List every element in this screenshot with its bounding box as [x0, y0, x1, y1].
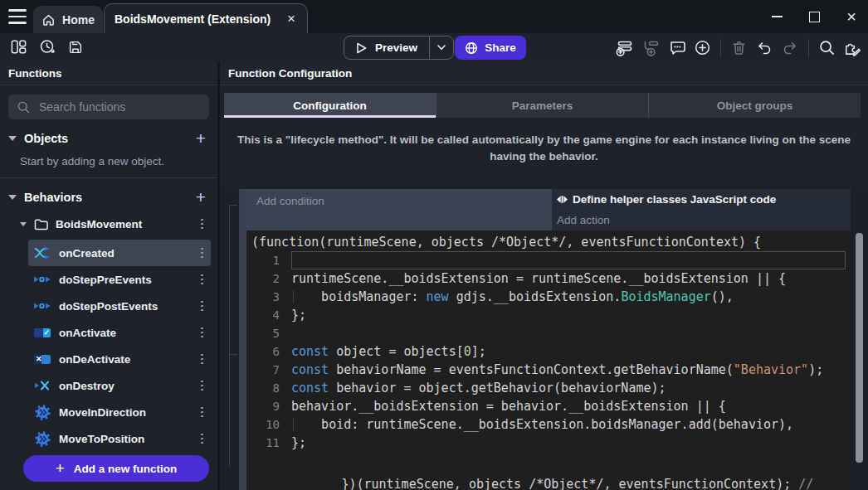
function-item-onActivate[interactable]: ✓onActivate	[28, 319, 211, 346]
add-object-button[interactable]: +	[196, 130, 206, 147]
more-options-icon[interactable]	[197, 299, 207, 313]
behavior-group-boidsmovement[interactable]: BoidsMovement	[0, 211, 217, 236]
code-editor[interactable]: (function(runtimeScene, objects /*Object…	[246, 230, 851, 490]
event-indent-guide	[229, 205, 230, 467]
line-number: 9	[246, 397, 291, 415]
section-divider	[0, 177, 217, 178]
add-function-button[interactable]: + Add a new function	[23, 455, 209, 482]
version-history-icon[interactable]	[38, 38, 56, 56]
add-behavior-button[interactable]: +	[196, 189, 206, 206]
code-line-1[interactable]: 1	[246, 251, 851, 269]
indent-guide	[293, 290, 294, 303]
save-icon[interactable]	[67, 39, 84, 56]
code-line-8[interactable]: 8const behavior = object.getBehavior(beh…	[246, 379, 851, 397]
preview-button[interactable]: Preview	[344, 36, 454, 60]
add-subevent-icon[interactable]	[641, 39, 661, 56]
code-line-7[interactable]: 7const behaviorName = eventsFunctionCont…	[246, 361, 851, 379]
function-list: onCreateddoStepPreEventsdoStepPostEvents…	[28, 240, 211, 452]
choose-event-icon[interactable]	[694, 39, 711, 56]
function-item-onDeActivate[interactable]: ✕onDeActivate	[28, 346, 211, 372]
tab-boidsmovement[interactable]: BoidsMovement (Extension) ×	[104, 3, 308, 33]
code-line-6[interactable]: 6const object = objects[0];	[246, 342, 851, 361]
search-icon[interactable]	[818, 39, 836, 56]
redo-icon[interactable]	[781, 39, 799, 56]
add-event-icon[interactable]	[615, 39, 634, 56]
main-menu-icon[interactable]	[8, 9, 27, 24]
line-number: 4	[246, 306, 291, 324]
indent-guide	[293, 418, 294, 431]
project-manager-icon[interactable]	[10, 38, 27, 56]
code-line-5[interactable]: 5	[246, 324, 851, 342]
add-action-button[interactable]: Add action	[552, 210, 851, 230]
tab-home[interactable]: Home	[33, 6, 103, 33]
code-line-4[interactable]: 4};	[246, 306, 851, 324]
code-line-content	[291, 251, 846, 269]
more-options-icon[interactable]	[197, 352, 207, 366]
objects-section-row[interactable]: Objects +	[0, 126, 217, 151]
code-scrollbar[interactable]	[856, 233, 863, 463]
lifecycle-description-line1: This is a "lifecycle method". It will be…	[220, 132, 868, 148]
search-functions-input[interactable]	[37, 99, 201, 114]
function-item-label: MoveInDirection	[59, 406, 189, 419]
code-line-9[interactable]: 9behavior.__boidsExtension = behavior.__…	[246, 397, 851, 415]
code-line-2[interactable]: 2runtimeScene.__boidsExtension = runtime…	[246, 269, 851, 288]
preview-button-main[interactable]: Preview	[344, 36, 429, 59]
more-options-icon[interactable]	[197, 217, 207, 231]
trash-icon[interactable]	[730, 39, 748, 56]
chevron-down-icon[interactable]	[8, 195, 17, 200]
tab-home-label: Home	[62, 13, 95, 27]
undo-icon[interactable]	[755, 39, 773, 56]
code-line-content: boidsManager: new gdjs.__boidsExtension.…	[291, 288, 846, 306]
function-configuration-title: Function Configuration	[220, 62, 868, 85]
code-line-10[interactable]: 10 boid: runtimeScene.__boidsExtension.b…	[246, 415, 851, 434]
toolbar-right-icons	[615, 36, 861, 60]
code-line-content	[291, 324, 846, 342]
close-button[interactable]: ×	[846, 8, 856, 25]
tab-configuration[interactable]: Configuration	[224, 93, 436, 118]
tab-object-groups[interactable]: Object groups	[648, 93, 861, 118]
line-number: 1	[246, 251, 291, 269]
maximize-button[interactable]	[809, 12, 820, 22]
function-item-MoveToPosition[interactable]: MoveToPosition	[28, 425, 211, 452]
share-button[interactable]: Share	[455, 36, 526, 60]
code-line-3[interactable]: 3 boidsManager: new gdjs.__boidsExtensio…	[246, 288, 851, 306]
code-footer-comment: //	[798, 477, 821, 490]
line-number: 3	[246, 288, 291, 306]
tab-parameters[interactable]: Parameters	[436, 93, 648, 118]
function-item-doStepPreEvents[interactable]: doStepPreEvents	[28, 266, 211, 293]
code-wrapper-header: (function(runtimeScene, objects /*Object…	[246, 233, 851, 251]
line-number: 10	[246, 415, 291, 434]
event-title-row[interactable]: Define helper classes JavaScript code	[552, 189, 851, 210]
event-drag-handle[interactable]	[239, 189, 246, 490]
tab-close-icon[interactable]: ×	[285, 12, 297, 26]
lifecycle-description: This is a "lifecycle method". It will be…	[220, 132, 868, 165]
more-options-icon[interactable]	[197, 273, 207, 287]
function-item-label: MoveToPosition	[59, 433, 189, 445]
behaviors-section-row[interactable]: Behaviors +	[0, 185, 217, 210]
more-options-icon[interactable]	[197, 405, 207, 420]
chevron-down-icon	[437, 45, 446, 51]
function-item-MoveInDirection[interactable]: MoveInDirection	[28, 399, 211, 425]
code-line-11[interactable]: 11};	[246, 434, 851, 452]
preview-dropdown-button[interactable]	[430, 36, 453, 59]
chevron-down-icon[interactable]	[8, 136, 17, 141]
event-action-column: Define helper classes JavaScript code Ad…	[552, 189, 851, 230]
minimize-button[interactable]	[772, 16, 783, 17]
function-item-onDestroy[interactable]: onDestroy	[28, 372, 211, 399]
more-options-icon[interactable]	[197, 246, 207, 260]
chevron-down-icon[interactable]	[20, 222, 27, 226]
code-line-content: const behavior = object.getBehavior(beha…	[291, 379, 846, 397]
line-number: 6	[246, 342, 291, 361]
destroy-icon	[33, 380, 51, 391]
more-options-icon[interactable]	[197, 326, 207, 340]
code-line-content: };	[291, 306, 846, 324]
search-functions-box[interactable]	[8, 95, 209, 119]
function-item-onCreated[interactable]: onCreated	[28, 240, 211, 266]
edit-extension-icon[interactable]	[843, 39, 861, 56]
add-condition-button[interactable]: Add condition	[246, 189, 552, 230]
add-comment-icon[interactable]	[668, 39, 686, 56]
more-options-icon[interactable]	[197, 379, 207, 393]
more-options-icon[interactable]	[197, 432, 207, 446]
function-item-doStepPostEvents[interactable]: doStepPostEvents	[28, 293, 211, 319]
folder-icon	[34, 218, 48, 230]
